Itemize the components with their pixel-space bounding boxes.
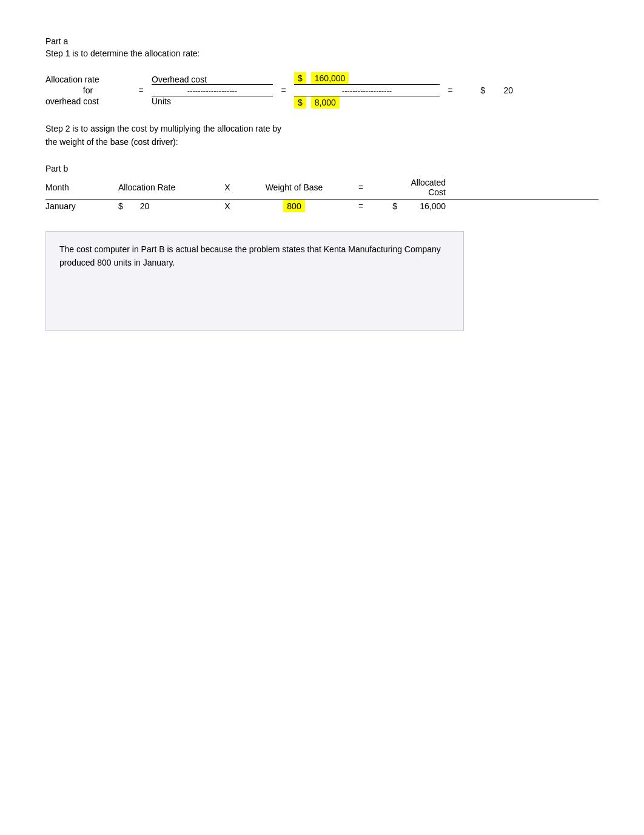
dashes-2: ------------------- <box>294 84 440 96</box>
cell-allocated-value: 16,000 <box>397 201 446 211</box>
part-a-label: Part a <box>45 36 599 46</box>
cell-weight: 800 <box>240 201 349 211</box>
col-weight-header: Weight of Base <box>240 183 349 192</box>
note-text: The cost computer in Part B is actual be… <box>59 244 441 267</box>
label-overhead-cost: Overhead cost <box>152 75 273 84</box>
value-160000: 160,000 <box>311 72 349 84</box>
value-20: 20 <box>485 86 515 95</box>
cell-rate-value: 20 <box>140 201 150 211</box>
numerator-cell: $ 160,000 <box>294 72 440 84</box>
eq-sign-3: = <box>440 86 461 95</box>
eq-sign-1: = <box>130 86 152 95</box>
dashes-1: ------------------- <box>152 84 273 96</box>
note-box: The cost computer in Part B is actual be… <box>45 231 464 331</box>
dollar-sign-1: $ <box>294 72 306 84</box>
step2-text: Step 2 is to assign the cost by multiply… <box>45 122 599 149</box>
label-for: for <box>45 86 130 95</box>
value-8000: 8,000 <box>311 96 340 109</box>
cell-rate-dollar: $ <box>118 201 123 211</box>
col-rate-header: Allocation Rate <box>118 183 215 192</box>
col-x-header: X <box>215 183 240 192</box>
cell-x: X <box>215 201 240 211</box>
cell-month: January <box>45 201 118 211</box>
col-allocated-header: Allocated Cost <box>397 178 446 197</box>
cell-rate: $ 20 <box>118 201 215 211</box>
table-header: Month Allocation Rate X Weight of Base =… <box>45 176 599 200</box>
dollar-sign-result: $ <box>461 86 485 95</box>
label-units: Units <box>152 96 273 106</box>
part-b-section: Part b Month Allocation Rate X Weight of… <box>45 164 599 213</box>
label-allocation-rate: Allocation rate <box>45 75 130 84</box>
part-b-label: Part b <box>45 164 599 173</box>
denominator-cell: $ 8,000 <box>294 96 440 109</box>
col-eq-header: = <box>349 183 373 192</box>
eq-sign-2: = <box>273 86 294 95</box>
step1-text: Step 1 is to determine the allocation ra… <box>45 47 599 60</box>
dollar-sign-2: $ <box>294 96 306 109</box>
allocation-formula: Allocation rate Overhead cost $ 160,000 … <box>45 72 599 109</box>
label-overhead-cost-2: overhead cost <box>45 96 130 106</box>
cell-eq: = <box>349 201 373 211</box>
cell-allocated-dollar: $ <box>373 201 397 211</box>
col-month-header: Month <box>45 183 118 192</box>
table-row: January $ 20 X 800 = $ 16,000 <box>45 200 599 213</box>
cell-weight-value: 800 <box>283 200 304 212</box>
